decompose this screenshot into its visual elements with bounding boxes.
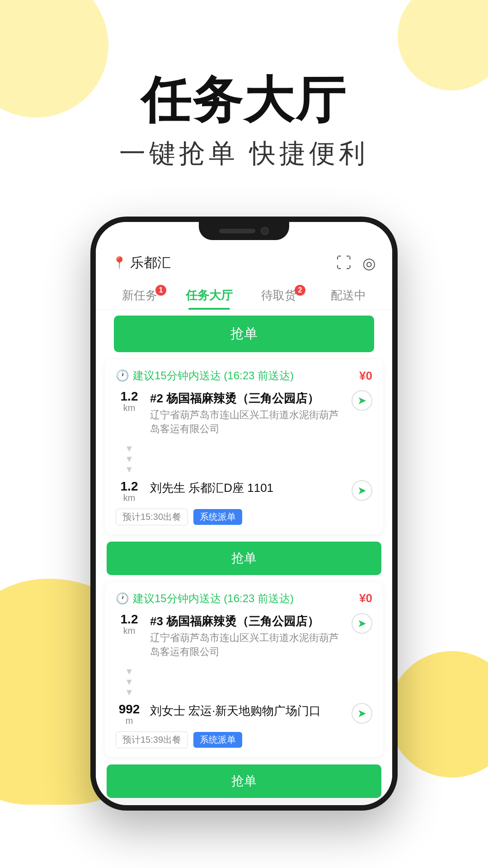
order-1-arrow-down: ▼▼▼ <box>116 443 143 475</box>
location-pin-icon: 📍 <box>112 256 127 270</box>
order-1-time-tag: 预计15:30出餐 <box>116 509 188 525</box>
order-1-header: 🕐 建议15分钟内送达 (16:23 前送达) ¥0 <box>116 368 372 383</box>
tab-delivering[interactable]: 配送中 <box>314 281 383 310</box>
order-2-footer: 预计15:39出餐 系统派单 <box>116 731 372 748</box>
tab-task-hall[interactable]: 任务大厅 <box>174 281 244 310</box>
order-2-shop-distance: 1.2 km <box>116 613 143 636</box>
order-2-deliver-distance: 992 m <box>116 703 143 726</box>
order-1-shop-row: 1.2 km #2 杨国福麻辣烫（三角公园店） 辽宁省葫芦岛市连山区兴工街道水泥… <box>116 390 372 436</box>
order-1-nav-shop-icon[interactable]: ➤ <box>352 390 372 411</box>
order-1-deliver-info: 刘先生 乐都汇D座 1101 <box>150 480 344 496</box>
order-2-deliver-row: 992 m 刘女士 宏运·新天地购物广场门口 ➤ <box>116 703 372 726</box>
order-1-shop-info: #2 杨国福麻辣烫（三角公园店） 辽宁省葫芦岛市连山区兴工街道水泥街葫芦岛客运有… <box>150 390 344 436</box>
phone-frame: 📍 乐都汇 ⛶ ◎ 新任务 1 任务大厅 <box>90 217 398 811</box>
order-2-nav-shop-icon[interactable]: ➤ <box>352 613 372 634</box>
order-2-header: 🕐 建议15分钟内送达 (16:23 前送达) ¥0 <box>116 591 372 606</box>
top-bar: 📍 乐都汇 ⛶ ◎ <box>96 245 392 277</box>
order-1-system-tag: 系统派单 <box>193 509 242 525</box>
app-content: 📍 乐都汇 ⛶ ◎ 新任务 1 任务大厅 <box>96 222 392 798</box>
notch-speaker <box>219 229 255 233</box>
sub-title: 一键抢单 快捷便利 <box>0 136 488 171</box>
order-2-price: ¥0 <box>359 591 372 605</box>
tab-pickup-badge: 2 <box>295 285 305 296</box>
order-1-shop-distance: 1.2 km <box>116 390 143 413</box>
order-2-connector: ▼▼▼ <box>116 665 372 699</box>
phone-wrapper: 📍 乐都汇 ⛶ ◎ 新任务 1 任务大厅 <box>0 217 488 811</box>
order-1-nav-deliver-icon[interactable]: ➤ <box>352 480 372 501</box>
tab-pickup[interactable]: 待取货 2 <box>244 281 314 310</box>
header-section: 任务大厅 一键抢单 快捷便利 <box>0 0 488 198</box>
expand-icon[interactable]: ⛶ <box>336 254 352 272</box>
top-grab-button[interactable]: 抢单 <box>114 316 374 352</box>
tab-new-task[interactable]: 新任务 1 <box>105 281 174 310</box>
order-2-system-tag: 系统派单 <box>193 732 242 748</box>
top-icons-area: ⛶ ◎ <box>336 254 376 272</box>
order-1-price: ¥0 <box>359 369 372 383</box>
order-2-time-tag: 预计15:39出餐 <box>116 731 188 748</box>
order-1-connector: ▼▼▼ <box>116 442 372 476</box>
order-card-2: 🕐 建议15分钟内送达 (16:23 前送达) ¥0 1.2 km #3 杨国福… <box>105 582 383 757</box>
order-2-nav-deliver-icon[interactable]: ➤ <box>352 703 372 724</box>
order-card-1: 🕐 建议15分钟内送达 (16:23 前送达) ¥0 1.2 km #2 杨国福… <box>105 359 383 534</box>
order-1-time: 🕐 建议15分钟内送达 (16:23 前送达) <box>116 368 294 383</box>
phone-inner: 📍 乐都汇 ⛶ ◎ 新任务 1 任务大厅 <box>96 222 392 805</box>
main-title: 任务大厅 <box>0 72 488 127</box>
target-icon[interactable]: ◎ <box>362 254 376 272</box>
grab-button-2[interactable]: 抢单 <box>107 764 381 798</box>
location-area: 📍 乐都汇 <box>112 254 171 272</box>
order-2-shop-row: 1.2 km #3 杨国福麻辣烫（三角公园店） 辽宁省葫芦岛市连山区兴工街道水泥… <box>116 613 372 659</box>
order-2-arrow-down: ▼▼▼ <box>116 666 143 698</box>
tab-bar: 新任务 1 任务大厅 待取货 2 配送中 <box>96 277 392 310</box>
clock-icon-1: 🕐 <box>116 369 129 382</box>
order-2-shop-info: #3 杨国福麻辣烫（三角公园店） 辽宁省葫芦岛市连山区兴工街道水泥街葫芦岛客运有… <box>150 613 344 659</box>
tab-new-task-badge: 1 <box>155 285 166 296</box>
order-2-deliver-info: 刘女士 宏运·新天地购物广场门口 <box>150 703 344 719</box>
notch-camera <box>261 227 269 235</box>
grab-button-1[interactable]: 抢单 <box>107 542 381 575</box>
order-1-footer: 预计15:30出餐 系统派单 <box>116 509 372 525</box>
top-grab-area: 抢单 <box>105 316 383 352</box>
order-1-deliver-row: 1.2 km 刘先生 乐都汇D座 1101 ➤ <box>116 480 372 503</box>
clock-icon-2: 🕐 <box>116 592 129 605</box>
order-1-deliver-distance: 1.2 km <box>116 480 143 503</box>
location-text: 乐都汇 <box>130 254 171 272</box>
phone-notch <box>199 222 289 240</box>
order-2-time: 🕐 建议15分钟内送达 (16:23 前送达) <box>116 591 294 606</box>
